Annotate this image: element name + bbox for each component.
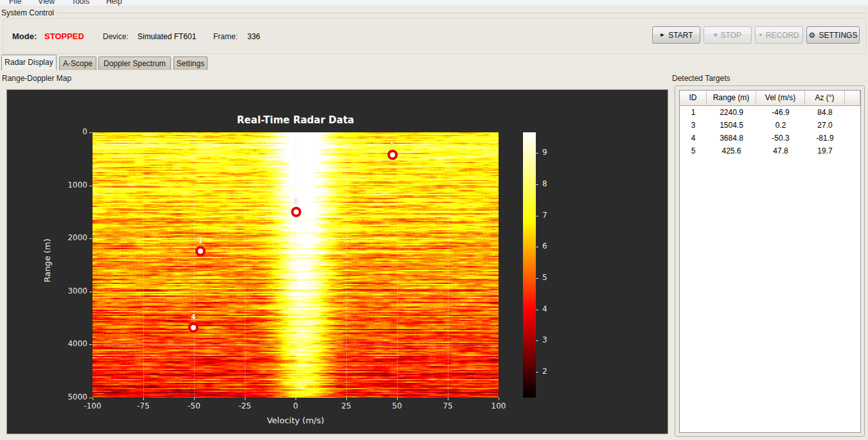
cell-id: 4 (680, 132, 707, 145)
button-label: SETTINGS (819, 31, 857, 40)
colorbar-tick-label: 7 (542, 211, 562, 220)
device-value: Simulated FT601 (137, 32, 196, 41)
column-header-vel[interactable]: Vel (m/s) (756, 91, 805, 106)
target-marker-icon (195, 246, 206, 256)
play-icon: ► (659, 32, 665, 38)
x-tick-label: 25 (327, 401, 366, 410)
table-header-row: IDRange (m)Vel (m/s)Az (°) (680, 91, 860, 106)
x-tick-mark (143, 398, 144, 400)
table-row[interactable]: 12240.9-46.984.8 (680, 106, 860, 119)
button-label: RECORD (766, 31, 799, 40)
detected-targets-table[interactable]: IDRange (m)Vel (m/s)Az (°) 12240.9-46.98… (679, 90, 861, 433)
plot-title: Real-Time Radar Data (93, 114, 499, 126)
frame-label: Frame: (213, 32, 238, 41)
colorbar-tick-mark (536, 372, 538, 373)
cell-vel: 47.8 (756, 145, 805, 157)
target-marker-label: 3 (288, 198, 304, 205)
tab-doppler-spectrum[interactable]: Doppler Spectrum (98, 57, 171, 70)
column-header-filler (845, 91, 860, 106)
target-marker-label: 5 (385, 141, 400, 148)
x-tick-mark (245, 398, 245, 400)
mode-status-value: STOPPED (44, 31, 84, 41)
colorbar-tick-mark (536, 247, 538, 247)
cell-az: 19.7 (805, 145, 845, 157)
range-doppler-plot: Real-Time Radar Data Velocity (m/s) Rang… (6, 89, 668, 434)
y-tick-label: 4000 (10, 339, 87, 348)
y-tick-label: 0 (10, 127, 87, 136)
button-label: START (668, 31, 693, 40)
x-tick-label: -50 (175, 401, 213, 410)
menu-item-tools[interactable]: Tools (67, 0, 93, 6)
colorbar-tick-label: 6 (542, 242, 562, 251)
x-tick-mark (346, 398, 347, 400)
start-button[interactable]: ►START (652, 26, 700, 44)
frame-counter-value: 336 (247, 32, 260, 41)
colorbar-tick-mark (536, 184, 538, 185)
colorbar-tick-mark (536, 278, 538, 279)
x-tick-label: 0 (276, 401, 315, 410)
cell-vel: -46.9 (756, 106, 805, 119)
menu-item-help[interactable]: Help (102, 0, 126, 6)
tab-radar-display[interactable]: Radar Display (1, 55, 57, 70)
cell-range: 1504.5 (707, 119, 756, 132)
menu-bar: FileViewToolsHelp (0, 0, 868, 6)
tab-bar: Radar DisplayA-ScopeDoppler SpectrumSett… (0, 55, 868, 70)
target-marker-label: 1 (193, 237, 208, 244)
colorbar-tick-label: 8 (542, 179, 562, 188)
x-tick-mark (296, 398, 296, 400)
stop-icon: ■ (714, 32, 717, 38)
groupbox-line (57, 13, 867, 13)
menu-item-view[interactable]: View (34, 0, 58, 6)
y-tick-mark (89, 238, 92, 239)
table-row[interactable]: 5425.647.819.7 (680, 145, 860, 157)
colorbar-tick-label: 4 (542, 304, 562, 313)
colorbar-tick-label: 2 (542, 367, 562, 376)
y-tick-mark (89, 132, 92, 133)
device-label: Device: (103, 32, 128, 41)
x-tick-label: -75 (124, 401, 163, 410)
cell-id: 1 (680, 106, 707, 119)
cell-range: 3684.8 (707, 132, 756, 145)
x-axis-label: Velocity (m/s) (93, 416, 499, 425)
settings-button[interactable]: ⚙SETTINGS (806, 26, 860, 44)
y-tick-mark (89, 398, 92, 398)
y-tick-label: 5000 (10, 392, 87, 401)
y-tick-mark (89, 186, 92, 186)
x-tick-mark (194, 398, 195, 400)
x-tick-label: -100 (73, 401, 112, 410)
cell-az: 84.8 (805, 106, 845, 119)
menu-item-file[interactable]: File (5, 0, 25, 6)
x-tick-label: 100 (479, 401, 518, 410)
system-control-panel: Mode: STOPPED Device: Simulated FT601 Fr… (3, 18, 867, 54)
table-row[interactable]: 43684.8-50.3-81.9 (680, 132, 860, 145)
radar-app-window: FileViewToolsHelp System Control Mode: S… (0, 0, 868, 440)
heatmap-canvas (93, 132, 499, 398)
record-button[interactable]: ●RECORD (755, 26, 803, 44)
target-marker-label: 4 (186, 313, 201, 321)
cell-az: -81.9 (805, 132, 845, 145)
x-tick-label: 50 (378, 401, 416, 410)
table-row[interactable]: 31504.50.227.0 (680, 119, 860, 132)
x-tick-mark (448, 398, 448, 400)
button-label: STOP (720, 31, 741, 40)
detected-targets-group-title: Detected Targets (672, 74, 731, 83)
x-tick-label: 75 (429, 401, 467, 410)
column-header-az[interactable]: Az (°) (805, 91, 845, 106)
cell-vel: 0.2 (756, 119, 805, 132)
colorbar-tick-label: 9 (542, 148, 562, 157)
target-marker-icon (291, 207, 301, 217)
stop-button[interactable]: ■STOP (704, 26, 752, 44)
record-icon: ● (759, 32, 762, 38)
table-body: 12240.9-46.984.831504.50.227.043684.8-50… (680, 106, 860, 157)
colorbar-tick-label: 3 (542, 335, 562, 344)
y-tick-label: 3000 (10, 286, 87, 295)
tab-a-scope[interactable]: A-Scope (59, 57, 96, 70)
cell-range: 2240.9 (707, 106, 756, 119)
column-header-range[interactable]: Range (m) (707, 91, 756, 106)
mode-label: Mode: (12, 31, 37, 41)
system-control-group-title: System Control (1, 8, 54, 17)
tab-settings[interactable]: Settings (173, 57, 208, 70)
colorbar-tick-mark (536, 310, 538, 310)
column-header-id[interactable]: ID (680, 91, 707, 106)
gear-icon: ⚙ (809, 31, 816, 39)
